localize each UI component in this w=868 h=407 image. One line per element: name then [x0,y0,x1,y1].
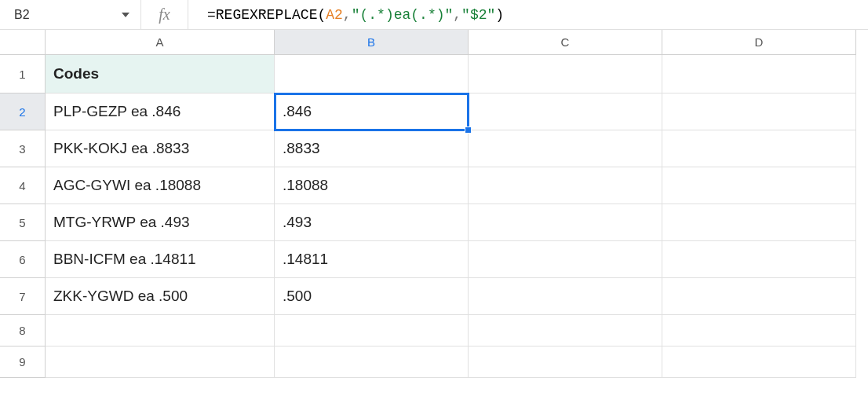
cell-C1[interactable] [469,55,662,94]
cell-B6[interactable]: .14811 [275,241,469,278]
cell-reference-text: B2 [14,8,30,22]
column-headers-row: A B C D [0,30,868,55]
column-header-A[interactable]: A [46,30,275,55]
cell-A6[interactable]: BBN-ICFM ea .14811 [46,241,275,278]
cell-D2[interactable] [662,94,856,130]
row-header-6[interactable]: 6 [0,241,46,278]
cell-D9[interactable] [662,346,856,378]
cell-C7[interactable] [469,278,662,315]
grid-row: 6 BBN-ICFM ea .14811 .14811 [0,241,868,278]
row-header-1[interactable]: 1 [0,55,46,94]
cell-B9[interactable] [275,346,469,378]
row-header-8[interactable]: 8 [0,315,46,346]
cell-D8[interactable] [662,315,856,346]
cell-D5[interactable] [662,204,856,241]
cell-A2[interactable]: PLP-GEZP ea .846 [46,94,275,130]
cell-B2[interactable]: .846 [275,94,469,130]
grid-row: 5 MTG-YRWP ea .493 .493 [0,204,868,241]
row-header-7[interactable]: 7 [0,278,46,315]
grid-row: 1 Codes [0,55,868,94]
grid-row: 4 AGC-GYWI ea .18088 .18088 [0,167,868,204]
row-header-3[interactable]: 3 [0,130,46,167]
row-header-5[interactable]: 5 [0,204,46,241]
column-header-D[interactable]: D [662,30,856,55]
cell-A4[interactable]: AGC-GYWI ea .18088 [46,167,275,204]
cell-C4[interactable] [469,167,662,204]
cell-B4[interactable]: .18088 [275,167,469,204]
cell-D4[interactable] [662,167,856,204]
grid-row: 7 ZKK-YGWD ea .500 .500 [0,278,868,315]
cell-B1[interactable] [275,55,469,94]
cell-C8[interactable] [469,315,662,346]
cell-A3[interactable]: PKK-KOKJ ea .8833 [46,130,275,167]
row-header-4[interactable]: 4 [0,167,46,204]
cell-C9[interactable] [469,346,662,378]
chevron-down-icon[interactable] [122,13,129,17]
cell-reference-box[interactable]: B2 [0,0,141,29]
cell-A1[interactable]: Codes [46,55,275,94]
spreadsheet-grid: A B C D 1 Codes 2 PLP-GEZP ea .846 .846 … [0,30,868,378]
cell-B7[interactable]: .500 [275,278,469,315]
grid-row: 2 PLP-GEZP ea .846 .846 [0,94,868,130]
cell-D7[interactable] [662,278,856,315]
row-header-2[interactable]: 2 [0,94,46,130]
formula-input[interactable]: =REGEXREPLACE(A2,"(.*)ea(.*)","$2") [188,0,868,29]
grid-row: 3 PKK-KOKJ ea .8833 .8833 [0,130,868,167]
cell-A7[interactable]: ZKK-YGWD ea .500 [46,278,275,315]
cell-B3[interactable]: .8833 [275,130,469,167]
grid-row: 8 [0,315,868,346]
cell-D1[interactable] [662,55,856,94]
cell-A8[interactable] [46,315,275,346]
cell-C5[interactable] [469,204,662,241]
cell-D6[interactable] [662,241,856,278]
column-header-C[interactable]: C [469,30,662,55]
grid-row: 9 [0,346,868,378]
column-header-B[interactable]: B [275,30,469,55]
fx-icon[interactable]: fx [141,0,188,29]
cell-B5[interactable]: .493 [275,204,469,241]
formula-bar: B2 fx =REGEXREPLACE(A2,"(.*)ea(.*)","$2"… [0,0,868,30]
cell-C6[interactable] [469,241,662,278]
cell-D3[interactable] [662,130,856,167]
cell-A9[interactable] [46,346,275,378]
cell-C3[interactable] [469,130,662,167]
cell-C2[interactable] [469,94,662,130]
fill-handle[interactable] [465,126,472,134]
cell-A5[interactable]: MTG-YRWP ea .493 [46,204,275,241]
select-all-corner[interactable] [0,30,46,55]
cell-B8[interactable] [275,315,469,346]
row-header-9[interactable]: 9 [0,346,46,378]
